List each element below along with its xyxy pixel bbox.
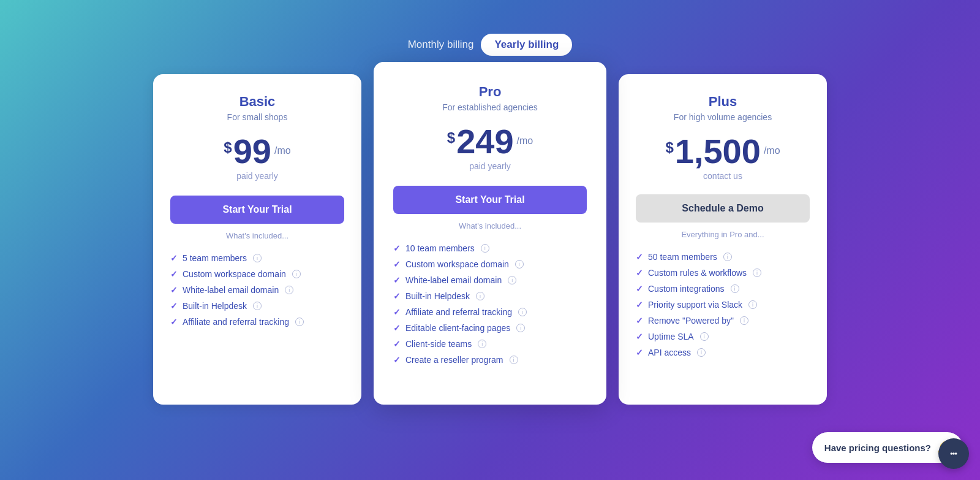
price-per-basic: /mo (274, 145, 291, 156)
info-icon: i (478, 340, 486, 348)
list-item: ✓ Create a reseller program i (393, 352, 587, 368)
feature-text: White-label email domain (405, 275, 502, 285)
plan-card-pro: Pro For established agencies $ 249 /mo p… (374, 62, 606, 405)
list-item: ✓ Custom integrations i (636, 281, 810, 297)
list-item: ✓ Custom rules & workflows i (636, 265, 810, 281)
plan-card-basic: Basic For small shops $ 99 /mo paid year… (153, 74, 361, 405)
info-icon: i (700, 332, 709, 341)
info-icon: i (748, 300, 757, 309)
price-amount-basic: 99 (233, 134, 271, 169)
check-icon: ✓ (393, 339, 401, 349)
plan-billing-pro: paid yearly (469, 161, 511, 171)
plan-name-basic: Basic (239, 94, 276, 110)
list-item: ✓ Custom workspace domain i (170, 266, 344, 282)
plan-billing-plus: contact us (703, 171, 742, 181)
svg-point-0 (951, 452, 953, 455)
list-item: ✓ Client-side teams i (393, 336, 587, 352)
check-icon: ✓ (636, 284, 643, 294)
list-item: ✓ Remove "Powered by" i (636, 313, 810, 329)
feature-text: 5 team members (183, 253, 247, 263)
info-icon: i (515, 260, 524, 269)
plan-subtitle-pro: For established agencies (442, 102, 538, 112)
plan-name-plus: Plus (709, 94, 737, 110)
list-item: ✓ Built-in Helpdesk i (170, 298, 344, 314)
basic-feature-list: ✓ 5 team members i ✓ Custom workspace do… (170, 250, 344, 330)
pro-cta-button[interactable]: Start Your Trial (393, 186, 587, 214)
plan-name-pro: Pro (479, 84, 502, 100)
check-icon: ✓ (170, 317, 178, 327)
info-icon: i (723, 253, 732, 261)
feature-text: Priority support via Slack (648, 300, 742, 310)
list-item: ✓ White-label email domain i (170, 282, 344, 298)
info-icon: i (285, 286, 293, 294)
plus-feature-list: ✓ 50 team members i ✓ Custom rules & wor… (636, 249, 810, 360)
feature-text: API access (648, 348, 691, 357)
info-icon: i (253, 254, 262, 262)
list-item: ✓ API access i (636, 345, 810, 360)
check-icon: ✓ (393, 259, 401, 269)
info-icon: i (697, 348, 706, 357)
check-icon: ✓ (170, 285, 178, 295)
plans-container: Basic For small shops $ 99 /mo paid year… (0, 74, 980, 405)
info-icon: i (295, 318, 304, 326)
list-item: ✓ Custom workspace domain i (393, 256, 587, 272)
list-item: ✓ 5 team members i (170, 250, 344, 266)
yearly-billing-pill[interactable]: Yearly billing (481, 34, 572, 56)
feature-text: Remove "Powered by" (648, 316, 734, 326)
check-icon: ✓ (636, 252, 643, 262)
list-item: ✓ Affiliate and referral tracking i (393, 304, 587, 320)
feature-text: Built-in Helpdesk (183, 301, 247, 311)
info-icon: i (516, 324, 525, 332)
check-icon: ✓ (636, 348, 643, 357)
feature-text: Custom rules & workflows (648, 268, 747, 278)
price-per-pro: /mo (517, 135, 533, 147)
check-icon: ✓ (393, 291, 401, 301)
info-icon: i (476, 292, 484, 300)
info-icon: i (508, 276, 516, 284)
list-item: ✓ 10 team members i (393, 240, 587, 256)
feature-text: Custom workspace domain (183, 269, 286, 279)
plan-subtitle-plus: For high volume agencies (674, 112, 772, 122)
list-item: ✓ Priority support via Slack i (636, 297, 810, 313)
list-item: ✓ Affiliate and referral tracking i (170, 314, 344, 330)
feature-text: Affiliate and referral tracking (183, 317, 289, 327)
basic-whats-included: What's included... (226, 231, 288, 240)
list-item: ✓ 50 team members i (636, 249, 810, 265)
chat-icon (947, 447, 960, 460)
feature-text: Affiliate and referral tracking (405, 307, 512, 317)
feature-text: White-label email domain (183, 285, 279, 295)
price-dollar-basic: $ (224, 139, 232, 156)
check-icon: ✓ (636, 268, 643, 278)
check-icon: ✓ (170, 253, 178, 263)
monthly-billing-label[interactable]: Monthly billing (408, 39, 474, 51)
feature-text: Editable client-facing pages (405, 323, 510, 333)
check-icon: ✓ (636, 332, 643, 341)
pro-whats-included: What's included... (459, 221, 521, 230)
plan-billing-basic: paid yearly (236, 171, 278, 181)
feature-text: 50 team members (648, 252, 717, 262)
list-item: ✓ White-label email domain i (393, 272, 587, 288)
info-icon: i (740, 316, 748, 325)
price-dollar-pro: $ (447, 129, 455, 147)
price-per-plus: /mo (764, 145, 780, 156)
check-icon: ✓ (170, 301, 178, 311)
plan-card-plus: Plus For high volume agencies $ 1,500 /m… (619, 74, 827, 405)
svg-point-2 (955, 452, 957, 455)
check-icon: ✓ (636, 300, 643, 310)
check-icon: ✓ (636, 316, 643, 326)
chat-bubble-button[interactable] (938, 438, 969, 469)
feature-text: Custom integrations (648, 284, 725, 294)
feature-text: 10 team members (405, 243, 475, 253)
list-item: ✓ Uptime SLA i (636, 329, 810, 345)
feature-text: Custom workspace domain (405, 259, 509, 269)
check-icon: ✓ (170, 269, 178, 279)
price-amount-plus: 1,500 (675, 134, 761, 169)
plan-price-plus: $ 1,500 /mo (665, 134, 780, 169)
check-icon: ✓ (393, 307, 401, 317)
plus-cta-button[interactable]: Schedule a Demo (636, 194, 810, 223)
info-icon: i (481, 244, 489, 253)
feature-text: Uptime SLA (648, 332, 694, 341)
feature-text: Built-in Helpdesk (405, 291, 470, 301)
basic-cta-button[interactable]: Start Your Trial (170, 196, 344, 224)
price-amount-pro: 249 (456, 124, 513, 159)
